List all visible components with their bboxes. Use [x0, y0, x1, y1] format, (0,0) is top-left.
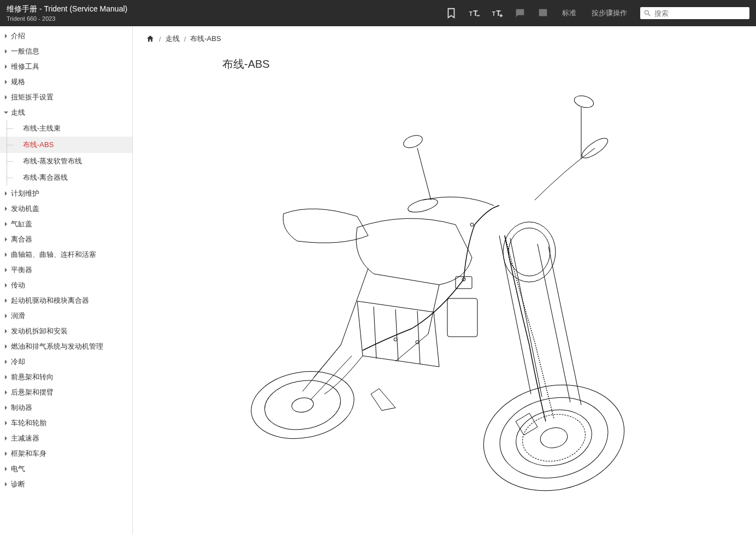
sidebar-item[interactable]: 后悬架和摆臂: [0, 385, 132, 400]
svg-point-28: [406, 196, 439, 215]
sidebar-item-label: 主减速器: [11, 433, 39, 443]
svg-line-30: [374, 307, 376, 359]
chevron-right-icon: [3, 252, 9, 257]
sidebar-item[interactable]: 扭矩扳手设置: [0, 90, 132, 105]
chevron-right-icon: [3, 267, 9, 273]
sidebar-item[interactable]: 车轮和轮胎: [0, 415, 132, 431]
chevron-right-icon: [3, 482, 9, 487]
chevron-right-icon: [3, 79, 9, 85]
sidebar-item-label: 冷却: [11, 357, 25, 367]
chevron-down-icon: [3, 110, 9, 115]
sidebar-item[interactable]: 电气: [0, 461, 132, 477]
note-icon[interactable]: [537, 7, 549, 19]
bookmark-icon[interactable]: [445, 7, 457, 19]
sidebar-item[interactable]: 润滑: [0, 308, 132, 324]
svg-point-22: [503, 222, 556, 282]
sidebar-child-item[interactable]: 布线-离合器线: [0, 169, 132, 186]
sidebar-child-label: 布线-离合器线: [23, 173, 68, 183]
breadcrumb-item[interactable]: 布线-ABS: [190, 34, 221, 44]
sidebar-item[interactable]: 传动: [0, 278, 132, 293]
sidebar-item[interactable]: 主减速器: [0, 431, 132, 446]
sidebar-item-label: 扭矩扳手设置: [11, 92, 54, 102]
sidebar-item-label: 制动器: [11, 403, 32, 413]
search-icon: [643, 9, 651, 17]
breadcrumb-separator: /: [184, 35, 186, 43]
sidebar-item[interactable]: 诊断: [0, 477, 132, 492]
sidebar-child-item[interactable]: 布线-ABS: [0, 137, 132, 153]
sidebar-item[interactable]: 计划维护: [0, 186, 132, 201]
sidebar-item[interactable]: 发动机盖: [0, 201, 132, 216]
chevron-right-icon: [3, 390, 9, 395]
chevron-right-icon: [3, 436, 9, 441]
svg-point-23: [509, 228, 550, 276]
sidebar-item[interactable]: 介绍: [0, 28, 132, 44]
sidebar-item-label: 燃油和排气系统与发动机管理: [11, 342, 103, 351]
sidebar-item-label: 发动机拆卸和安装: [11, 326, 68, 336]
sidebar-item[interactable]: 气缸盖: [0, 216, 132, 232]
breadcrumb-separator: /: [159, 35, 161, 43]
sidebar-item-label: 介绍: [11, 31, 25, 41]
svg-point-37: [470, 223, 474, 226]
chevron-right-icon: [3, 64, 9, 69]
home-icon[interactable]: [146, 34, 155, 43]
sidebar-item-label: 后悬架和摆臂: [11, 388, 54, 397]
view-standard-link[interactable]: 标准: [560, 1, 578, 26]
svg-line-21: [548, 247, 581, 405]
sidebar: 介绍一般信息维修工具规格扭矩扳手设置走线布线-主线束布线-ABS布线-蒸发软管布…: [0, 26, 133, 534]
sidebar-item[interactable]: 平衡器: [0, 262, 132, 278]
sidebar-item[interactable]: 冷却: [0, 354, 132, 369]
page-title: 布线-ABS: [222, 57, 743, 72]
svg-point-33: [394, 338, 397, 341]
topbar-tools: TT TT 标准 按步骤操作: [445, 1, 749, 26]
sidebar-item-label: 诊断: [11, 479, 25, 489]
sidebar-item[interactable]: 前悬架和转向: [0, 369, 132, 385]
sidebar-item[interactable]: 发动机拆卸和安装: [0, 324, 132, 339]
sidebar-child-item[interactable]: 布线-主线束: [0, 120, 132, 137]
svg-point-11: [261, 375, 344, 436]
chevron-right-icon: [3, 221, 9, 227]
sidebar-item-label: 车轮和轮胎: [11, 418, 46, 428]
svg-point-8: [645, 10, 648, 14]
svg-point-25: [401, 133, 424, 150]
text-increase-icon[interactable]: TT: [491, 7, 503, 19]
sidebar-item[interactable]: 离合器: [0, 232, 132, 247]
sidebar-item[interactable]: 燃油和排气系统与发动机管理: [0, 339, 132, 354]
sidebar-item-label: 发动机盖: [11, 204, 39, 214]
svg-point-15: [511, 403, 597, 473]
chevron-right-icon: [3, 33, 9, 39]
main-content: / 走线 / 布线-ABS 布线-ABS: [133, 26, 756, 534]
view-stepbystep-link[interactable]: 按步骤操作: [589, 1, 629, 26]
diagram-container: [146, 83, 743, 498]
sidebar-child-label: 布线-蒸发软管布线: [23, 156, 82, 166]
sidebar-item[interactable]: 一般信息: [0, 44, 132, 59]
comment-icon[interactable]: [514, 7, 526, 19]
svg-rect-7: [539, 9, 547, 16]
sidebar-item[interactable]: 规格: [0, 74, 132, 90]
sidebar-item[interactable]: 曲轴箱、曲轴、连杆和活塞: [0, 247, 132, 262]
sidebar-child-label: 布线-ABS: [23, 140, 54, 150]
sidebar-item[interactable]: 起动机驱动和模块离合器: [0, 293, 132, 308]
svg-line-20: [538, 244, 570, 402]
breadcrumb-item[interactable]: 走线: [166, 34, 180, 44]
chevron-right-icon: [3, 451, 9, 456]
topbar-title-block: 维修手册 - Trident (Service Manual) Trident …: [7, 4, 445, 22]
chevron-right-icon: [3, 328, 9, 334]
sidebar-item-label: 电气: [11, 464, 25, 474]
sidebar-item[interactable]: 框架和车身: [0, 446, 132, 461]
sidebar-child-item[interactable]: 布线-蒸发软管布线: [0, 153, 132, 169]
chevron-right-icon: [3, 191, 9, 196]
text-decrease-icon[interactable]: TT: [468, 7, 480, 19]
sidebar-item[interactable]: 制动器: [0, 400, 132, 415]
sidebar-item-label: 维修工具: [11, 62, 39, 72]
search-input[interactable]: [654, 9, 746, 17]
sidebar-item-label: 前悬架和转向: [11, 372, 54, 382]
search-box[interactable]: [640, 7, 749, 19]
chevron-right-icon: [3, 405, 9, 410]
sidebar-item[interactable]: 走线: [0, 105, 132, 120]
chevron-right-icon: [3, 374, 9, 380]
chevron-right-icon: [3, 359, 9, 365]
sidebar-item[interactable]: 维修工具: [0, 59, 132, 74]
svg-text:T: T: [469, 11, 473, 17]
motorcycle-wiring-diagram: [232, 83, 658, 498]
chevron-right-icon: [3, 283, 9, 288]
